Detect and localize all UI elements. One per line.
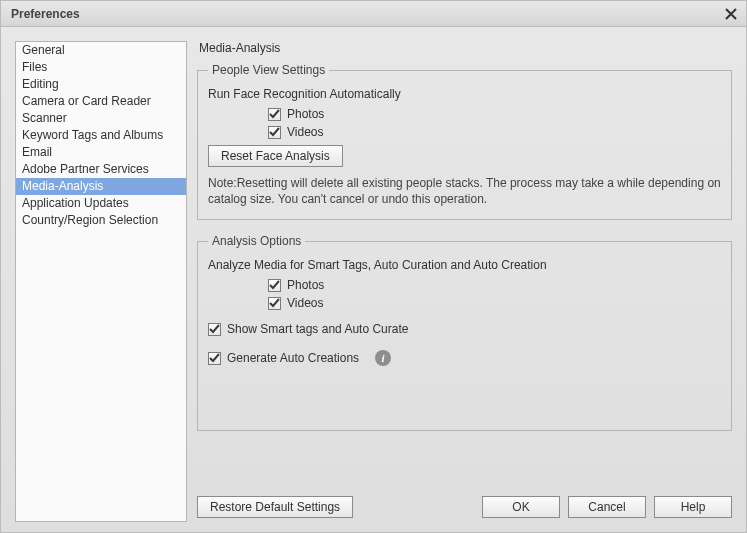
checkbox-label: Generate Auto Creations	[227, 351, 359, 365]
analysis-options-group: Analysis Options Analyze Media for Smart…	[197, 234, 732, 431]
people-view-legend: People View Settings	[208, 63, 329, 77]
checkmark-icon	[268, 279, 281, 292]
help-button[interactable]: Help	[654, 496, 732, 518]
sidebar-item-label: Country/Region Selection	[22, 213, 158, 227]
sidebar-item-general[interactable]: General	[16, 42, 186, 59]
checkbox-label: Videos	[287, 125, 323, 139]
analysis-desc: Analyze Media for Smart Tags, Auto Curat…	[208, 258, 721, 272]
window-title: Preferences	[11, 7, 80, 21]
checkbox-videos-analysis[interactable]: Videos	[268, 296, 721, 310]
sidebar-item-label: Keyword Tags and Albums	[22, 128, 163, 142]
checkbox-label: Show Smart tags and Auto Curate	[227, 322, 408, 336]
info-icon[interactable]: i	[375, 350, 391, 366]
sidebar-item-label: Adobe Partner Services	[22, 162, 149, 176]
preferences-window: Preferences General Files Editing Camera…	[0, 0, 747, 533]
sidebar-item-label: Media-Analysis	[22, 179, 103, 193]
sidebar-item-label: General	[22, 43, 65, 57]
face-recognition-desc: Run Face Recognition Automatically	[208, 87, 721, 101]
sidebar-item-application-updates[interactable]: Application Updates	[16, 195, 186, 212]
checkbox-generate-auto-creations[interactable]: Generate Auto Creations i	[208, 350, 721, 366]
sidebar-item-label: Scanner	[22, 111, 67, 125]
sidebar-item-camera-card-reader[interactable]: Camera or Card Reader	[16, 93, 186, 110]
sidebar-item-label: Camera or Card Reader	[22, 94, 151, 108]
checkmark-icon	[268, 297, 281, 310]
titlebar: Preferences	[1, 1, 746, 27]
analysis-options-legend: Analysis Options	[208, 234, 305, 248]
sidebar-item-email[interactable]: Email	[16, 144, 186, 161]
sidebar-item-media-analysis[interactable]: Media-Analysis	[16, 178, 186, 195]
close-icon[interactable]	[722, 5, 740, 23]
sidebar-item-label: Application Updates	[22, 196, 129, 210]
page-heading: Media-Analysis	[199, 41, 732, 55]
checkmark-icon	[208, 352, 221, 365]
sidebar-item-adobe-partner-services[interactable]: Adobe Partner Services	[16, 161, 186, 178]
cancel-button[interactable]: Cancel	[568, 496, 646, 518]
checkmark-icon	[268, 108, 281, 121]
sidebar-item-label: Email	[22, 145, 52, 159]
sidebar-item-country-region-selection[interactable]: Country/Region Selection	[16, 212, 186, 229]
category-sidebar: General Files Editing Camera or Card Rea…	[15, 41, 187, 522]
checkbox-show-smart-tags[interactable]: Show Smart tags and Auto Curate	[208, 322, 721, 336]
reset-face-analysis-button[interactable]: Reset Face Analysis	[208, 145, 343, 167]
sidebar-item-scanner[interactable]: Scanner	[16, 110, 186, 127]
ok-button[interactable]: OK	[482, 496, 560, 518]
reset-note: Note:Resetting will delete all existing …	[208, 175, 721, 207]
checkbox-label: Photos	[287, 278, 324, 292]
sidebar-item-label: Editing	[22, 77, 59, 91]
checkbox-photos-analysis[interactable]: Photos	[268, 278, 721, 292]
checkbox-photos-face[interactable]: Photos	[268, 107, 721, 121]
checkbox-label: Videos	[287, 296, 323, 310]
sidebar-item-keyword-tags-albums[interactable]: Keyword Tags and Albums	[16, 127, 186, 144]
people-view-settings-group: People View Settings Run Face Recognitio…	[197, 63, 732, 220]
restore-defaults-button[interactable]: Restore Default Settings	[197, 496, 353, 518]
main-panel: Media-Analysis People View Settings Run …	[197, 41, 732, 522]
checkmark-icon	[208, 323, 221, 336]
sidebar-item-editing[interactable]: Editing	[16, 76, 186, 93]
checkmark-icon	[268, 126, 281, 139]
sidebar-item-label: Files	[22, 60, 47, 74]
sidebar-item-files[interactable]: Files	[16, 59, 186, 76]
checkbox-videos-face[interactable]: Videos	[268, 125, 721, 139]
checkbox-label: Photos	[287, 107, 324, 121]
button-footer: Restore Default Settings OK Cancel Help	[197, 496, 732, 522]
